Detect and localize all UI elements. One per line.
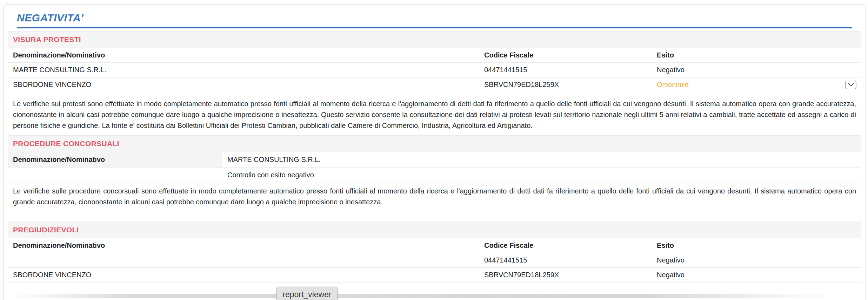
pregiudizievoli-table: Denominazione/Nominativo Codice Fiscale …: [8, 238, 861, 282]
table-row: MARTE CONSULTING S.R.L. 04471441515 Nega…: [8, 63, 861, 77]
cell-nominativo: SBORDONE VINCENZO: [8, 81, 479, 89]
column-header-denominazione: Denominazione/Nominativo: [8, 51, 479, 59]
title-divider: [17, 27, 852, 28]
cell-codice-fiscale: 04471441515: [479, 256, 652, 264]
column-header-codice-fiscale: Codice Fiscale: [479, 51, 652, 59]
cell-esito: Omonimie: [652, 81, 861, 89]
empty-cell: [8, 168, 222, 183]
report-panel: NEGATIVITA' VISURA PROTESTI Denominazion…: [3, 4, 866, 300]
esito-warning-badge: Omonimie: [657, 81, 689, 88]
section-header-procedure-concorsuali: PROCEDURE CONCORSUALI: [8, 135, 861, 152]
cell-codice-fiscale: 04471441515: [479, 66, 652, 74]
section-header-pregiudizievoli: PREGIUDIZIEVOLI: [8, 221, 861, 238]
cell-codice-fiscale: SBRVCN79ED18L259X: [479, 271, 652, 279]
page-title: NEGATIVITA': [17, 12, 852, 24]
table-row: SBORDONE VINCENZO SBRVCN79ED18L259X Nega…: [8, 268, 861, 282]
column-header-denominazione: Denominazione/Nominativo: [8, 241, 479, 250]
section-header-visura-protesti: VISURA PROTESTI: [8, 31, 861, 48]
column-header-codice-fiscale: Codice Fiscale: [479, 241, 652, 250]
cell-nominativo: SBORDONE VINCENZO: [8, 271, 479, 279]
column-header-esito: Esito: [652, 241, 861, 250]
procedure-concorsuali-table: Denominazione/Nominativo MARTE CONSULTIN…: [8, 152, 861, 183]
visura-protesti-table: Denominazione/Nominativo Codice Fiscale …: [8, 48, 861, 92]
row-label-denominazione: Denominazione/Nominativo: [8, 152, 222, 167]
visura-protesti-disclaimer: Le verifiche sui protesti sono effettuat…: [13, 98, 856, 131]
bottom-scroll-band[interactable]: [9, 294, 827, 298]
chevron-down-icon: [848, 83, 854, 87]
cell-esito: Negativo: [652, 271, 861, 279]
cell-esito: Negativo: [652, 66, 861, 74]
status-tooltip: report_viewer: [276, 287, 338, 300]
cell-nominativo: MARTE CONSULTING S.R.L.: [222, 152, 861, 167]
procedure-concorsuali-disclaimer: Le verifiche sulle procedure concorsuali…: [13, 186, 856, 207]
table-row: Denominazione/Nominativo MARTE CONSULTIN…: [8, 152, 861, 168]
table-header-row: Denominazione/Nominativo Codice Fiscale …: [8, 48, 861, 63]
table-row: Controllo con esito negativo: [8, 168, 861, 183]
cell-esito: Negativo: [652, 256, 861, 264]
table-row: SBORDONE VINCENZO SBRVCN79ED18L259X Omon…: [8, 77, 861, 92]
cell-esito-controllo: Controllo con esito negativo: [222, 168, 861, 183]
table-row: 04471441515 Negativo: [8, 253, 861, 268]
cell-codice-fiscale: SBRVCN79ED18L259X: [479, 81, 652, 89]
table-header-row: Denominazione/Nominativo Codice Fiscale …: [8, 238, 861, 253]
status-tooltip-label: report_viewer: [282, 290, 331, 299]
expand-row-button[interactable]: [845, 81, 856, 89]
cell-nominativo: MARTE CONSULTING S.R.L.: [8, 66, 479, 74]
column-header-esito: Esito: [652, 51, 861, 59]
